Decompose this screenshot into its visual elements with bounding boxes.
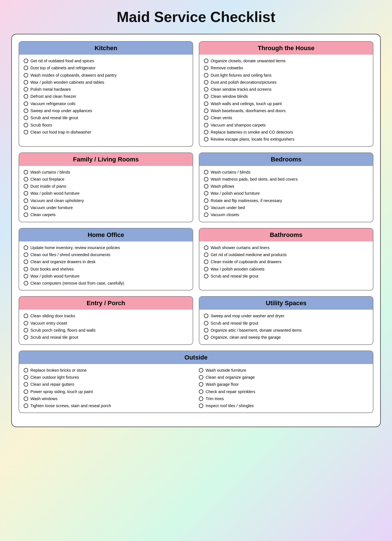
checkbox-circle[interactable]	[204, 170, 208, 174]
list-item[interactable]: Clean and organize garage	[199, 374, 368, 380]
list-item[interactable]: Wash windows	[24, 396, 193, 402]
list-item[interactable]: Vacuum and clean upholstery	[24, 198, 188, 203]
list-item[interactable]: Clean computers (remove dust from case, …	[24, 280, 188, 286]
list-item[interactable]: Wash garage floor	[199, 382, 368, 387]
checkbox-circle[interactable]	[24, 260, 28, 264]
checkbox-circle[interactable]	[204, 73, 208, 77]
list-item[interactable]: Tighten loose screws, stain and reseal p…	[24, 403, 193, 409]
list-item[interactable]: Replace broken bricks or stone	[24, 367, 193, 373]
list-item[interactable]: Wax / polish wood furniture	[24, 190, 188, 196]
list-item[interactable]: Clean out food trap in dishwasher	[24, 129, 188, 135]
checkbox-circle[interactable]	[24, 191, 28, 196]
checkbox-circle[interactable]	[199, 403, 203, 408]
list-item[interactable]: Dust and polish decorations/pictures	[204, 79, 368, 85]
list-item[interactable]: Clean inside of cupboards and drawers	[204, 259, 368, 265]
checkbox-circle[interactable]	[204, 123, 208, 127]
list-item[interactable]: Vacuum entry closet	[24, 320, 188, 326]
list-item[interactable]: Scrub and reseal tile grout	[24, 334, 188, 340]
list-item[interactable]: Update home inventory, review insurance …	[24, 245, 188, 250]
checkbox-circle[interactable]	[24, 177, 28, 181]
list-item[interactable]: Dust inside of piano	[24, 183, 188, 189]
checkbox-circle[interactable]	[24, 267, 28, 271]
list-item[interactable]: Clean sliding door tracks	[24, 313, 188, 319]
list-item[interactable]: Scrub porch ceiling, floors and walls	[24, 327, 188, 333]
list-item[interactable]: Wash curtains / blinds	[204, 169, 368, 175]
checkbox-circle[interactable]	[24, 212, 28, 217]
list-item[interactable]: Get rid of outdated medicine and product…	[204, 252, 368, 258]
list-item[interactable]: Wash insides of cupboards, drawers and p…	[24, 72, 188, 78]
checkbox-circle[interactable]	[204, 321, 208, 325]
checkbox-circle[interactable]	[24, 87, 28, 92]
list-item[interactable]: Wash mattress pads, bed skirts, and bed …	[204, 176, 368, 182]
checkbox-circle[interactable]	[24, 389, 28, 394]
checkbox-circle[interactable]	[24, 94, 28, 99]
checkbox-circle[interactable]	[24, 245, 28, 250]
checkbox-circle[interactable]	[24, 116, 28, 120]
checkbox-circle[interactable]	[24, 108, 28, 113]
checkbox-circle[interactable]	[204, 212, 208, 217]
list-item[interactable]: Vacuum under bed	[204, 205, 368, 210]
checkbox-circle[interactable]	[204, 267, 208, 271]
list-item[interactable]: Scrub and reseal tile grout	[204, 320, 368, 326]
checkbox-circle[interactable]	[204, 274, 208, 278]
list-item[interactable]: Scrub floors	[24, 122, 188, 128]
list-item[interactable]: Wash curtains / blinds	[24, 169, 188, 175]
list-item[interactable]: Replace batteries in smoke and CO detect…	[204, 129, 368, 135]
list-item[interactable]: Vacuum refrigerator coils	[24, 101, 188, 107]
list-item[interactable]: Vacuum under furniture	[24, 205, 188, 210]
checkbox-circle[interactable]	[204, 108, 208, 113]
list-item[interactable]: Vacuum and shampoo carpets	[204, 122, 368, 128]
list-item[interactable]: Trim trees	[199, 396, 368, 402]
list-item[interactable]: Wax / polish wood furniture	[24, 273, 188, 279]
list-item[interactable]: Clean window blinds	[204, 94, 368, 99]
checkbox-circle[interactable]	[204, 245, 208, 250]
checkbox-circle[interactable]	[204, 328, 208, 332]
checkbox-circle[interactable]	[204, 184, 208, 189]
checkbox-circle[interactable]	[199, 368, 203, 373]
checkbox-circle[interactable]	[24, 321, 28, 325]
list-item[interactable]: Wax / polish wooden cabinets	[204, 266, 368, 272]
checkbox-circle[interactable]	[199, 382, 203, 387]
checkbox-circle[interactable]	[204, 80, 208, 85]
list-item[interactable]: Get rid of outdated food and spices	[24, 58, 188, 64]
list-item[interactable]: Wash walls and ceilings, touch up paint	[204, 101, 368, 107]
checkbox-circle[interactable]	[24, 274, 28, 278]
list-item[interactable]: Dust light fixtures and ceiling fans	[204, 72, 368, 78]
list-item[interactable]: Wash baseboards, doorframes and doors	[204, 108, 368, 114]
checkbox-circle[interactable]	[204, 252, 208, 257]
checkbox-circle[interactable]	[204, 94, 208, 99]
list-item[interactable]: Clean out fireplace	[24, 176, 188, 182]
list-item[interactable]: Clean and organize drawers in desk	[24, 259, 188, 265]
checkbox-circle[interactable]	[24, 198, 28, 203]
list-item[interactable]: Clean vents	[204, 115, 368, 121]
list-item[interactable]: Clean outdoor light fixtures	[24, 374, 193, 380]
checkbox-circle[interactable]	[204, 101, 208, 106]
list-item[interactable]: Check and repair sprinklers	[199, 389, 368, 394]
list-item[interactable]: Dust books and shelves	[24, 266, 188, 272]
checkbox-circle[interactable]	[24, 252, 28, 257]
checkbox-circle[interactable]	[199, 375, 203, 380]
checkbox-circle[interactable]	[204, 198, 208, 203]
list-item[interactable]: Organize attic / basement, donate unwant…	[204, 327, 368, 333]
checkbox-circle[interactable]	[24, 403, 28, 408]
list-item[interactable]: Organize closets, donate unwanted items	[204, 58, 368, 64]
list-item[interactable]: Remove cobwebs	[204, 65, 368, 71]
list-item[interactable]: Wax / polish wooden cabinets and tables	[24, 79, 188, 85]
list-item[interactable]: Polish metal hardware	[24, 87, 188, 92]
list-item[interactable]: Wax / polish wood furniture	[204, 190, 368, 196]
list-item[interactable]: Sweep and mop under appliances	[24, 108, 188, 114]
list-item[interactable]: Wash outside furniture	[199, 367, 368, 373]
list-item[interactable]: Vacuum closets	[204, 212, 368, 218]
list-item[interactable]: Rotate and flip mattresses, if necessary	[204, 198, 368, 203]
checkbox-circle[interactable]	[24, 382, 28, 387]
list-item[interactable]: Inspect roof tiles / shingles	[199, 403, 368, 409]
checkbox-circle[interactable]	[24, 281, 28, 285]
checkbox-circle[interactable]	[24, 396, 28, 401]
checkbox-circle[interactable]	[199, 389, 203, 394]
checkbox-circle[interactable]	[204, 205, 208, 210]
checkbox-circle[interactable]	[24, 66, 28, 70]
list-item[interactable]: Power spray siding, touch up paint	[24, 389, 193, 394]
checkbox-circle[interactable]	[24, 101, 28, 106]
checkbox-circle[interactable]	[24, 205, 28, 210]
checkbox-circle[interactable]	[24, 73, 28, 77]
